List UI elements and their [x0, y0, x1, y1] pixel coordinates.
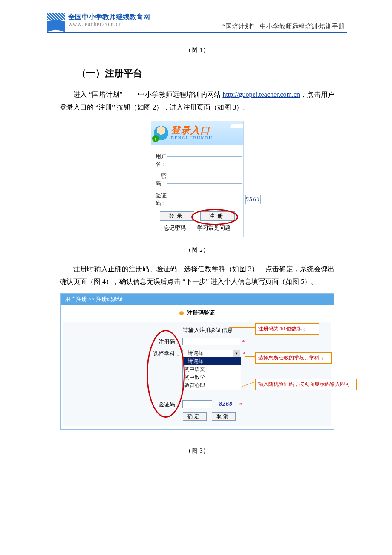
captcha-label: 验证码： — [156, 192, 167, 207]
login-title-cn: 登录入口 — [171, 125, 213, 136]
regcode-label: 注册码： — [63, 338, 182, 346]
cancel-button[interactable]: 取消 — [212, 412, 236, 421]
subject-option[interactable]: 初中数学 — [183, 373, 241, 382]
annotation-subject: 选择您所任教的学段、学科； — [255, 352, 332, 364]
paragraph-1: 进入 “国培计划” ——中小学教师远程培训的网站 http://guopei.t… — [60, 88, 334, 114]
reg-step-title: 注册码验证 — [61, 305, 334, 319]
login-panel: 登录入口 DENGLURUKOU 用户名： 密码： 验证码： 5563 登录 注… — [151, 121, 244, 237]
site-logo-icon — [47, 13, 65, 31]
subject-option[interactable]: --请选择-- — [183, 357, 241, 365]
doc-header: 全国中小学教师继续教育网 www.teacher.com.cn “国培计划”—中… — [47, 13, 347, 33]
section-heading: （一）注册平台 — [77, 67, 347, 80]
login-button[interactable]: 登录 — [160, 211, 194, 221]
reg-captcha-input[interactable] — [182, 400, 212, 408]
avatar-icon — [154, 126, 168, 140]
required-star: * — [243, 350, 246, 358]
para1-prefix: 进入 “国培计划” ——中小学教师远程培训的网站 — [73, 91, 222, 98]
subject-select-list: --请选择-- 初中语文 初中数学 教育心理 — [182, 357, 241, 390]
subject-select[interactable]: --请选择-- ▼ --请选择-- 初中语文 初中数学 教育心理 — [182, 350, 241, 390]
reg-captcha-label: 验证码： — [63, 400, 182, 409]
reg-captcha-image: 8268 — [214, 400, 238, 408]
forgot-password-link[interactable]: 忘记密码 — [164, 224, 186, 232]
password-label: 密码： — [156, 172, 167, 188]
required-star: * — [239, 400, 242, 409]
reg-step-text: 注册码验证 — [187, 309, 215, 316]
site-url: www.teacher.com.cn — [68, 21, 150, 28]
doc-title: “国培计划”—中小学教师远程培训·培训手册 — [150, 23, 347, 31]
figure-3-caption: （图 3） — [47, 447, 347, 455]
faq-link[interactable]: 学习常见问题 — [197, 224, 231, 232]
site-name: 全国中小学教师继续教育网 — [68, 13, 150, 21]
username-input[interactable] — [167, 156, 242, 164]
subject-option[interactable]: 教育心理 — [183, 382, 241, 390]
password-input[interactable] — [167, 176, 242, 184]
ok-button[interactable]: 确定 — [183, 412, 207, 421]
username-label: 用户名： — [156, 153, 167, 168]
reg-breadcrumb: 用户注册 >> 注册码验证 — [61, 294, 334, 305]
regcode-input[interactable] — [182, 338, 240, 345]
subject-select-value: --请选择-- — [183, 350, 233, 357]
required-star: * — [242, 338, 245, 346]
annot-line — [230, 327, 255, 328]
chevron-down-icon: ▼ — [233, 350, 240, 357]
paragraph-2: 注册时输入正确的注册码、验证码、选择任教学科（如图 3），点击确定，系统会弹出确… — [60, 263, 334, 289]
captcha-input[interactable] — [167, 196, 242, 203]
login-title-pinyin: DENGLURUKOU — [171, 136, 213, 140]
figure-1-caption: （图 1） — [47, 46, 347, 54]
guopei-link[interactable]: http://guopei.teacher.com.cn — [222, 91, 300, 98]
login-banner: 登录入口 DENGLURUKOU — [151, 121, 243, 145]
registration-panel: 用户注册 >> 注册码验证 注册码验证 请输入注册验证信息 注册码： * 选择学… — [60, 293, 334, 430]
annot-line — [245, 356, 255, 357]
annotation-regcode: 注册码为 10 位数字； — [255, 323, 319, 335]
subject-label: 选择学科： — [63, 350, 182, 358]
subject-option[interactable]: 初中语文 — [183, 365, 241, 373]
step-dot-icon — [179, 311, 184, 315]
figure-2-caption: （图 2） — [47, 246, 347, 254]
annotation-captcha: 输入随机验证码，按页面显示码输入即可 — [255, 379, 357, 390]
site-logo-text: 全国中小学教师继续教育网 www.teacher.com.cn — [68, 13, 150, 28]
captcha-image: 5563 — [245, 195, 261, 204]
register-button[interactable]: 注册 — [200, 211, 235, 221]
